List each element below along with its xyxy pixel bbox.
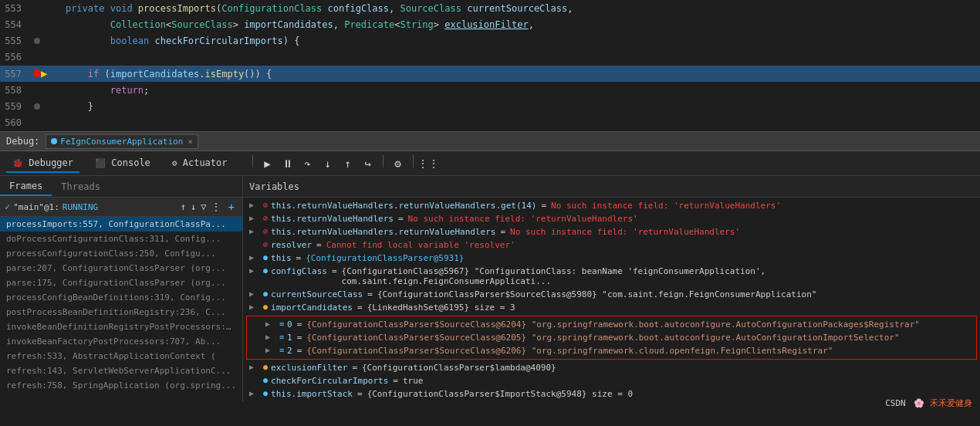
- var-row-checkcircular: ▶ ● checkForCircularImports = true: [243, 374, 980, 387]
- thread-name: "main"@1:: [13, 202, 59, 212]
- separator-2: [383, 155, 384, 167]
- var-row-resolver: ▶ ⊘ resolver = Cannot find local variabl…: [243, 238, 980, 252]
- var-row-0-indexed: ▶ ≡ 0 = {ConfigurationClassParser$Source…: [247, 318, 976, 331]
- thread-check-icon: ✓: [5, 201, 10, 212]
- breakpoint-dot: ▶: [33, 69, 41, 77]
- tab-threads[interactable]: Threads: [52, 178, 110, 195]
- thread-header: ✓ "main"@1: RUNNING ↑ ↓ ▽ ⋮ +: [0, 198, 242, 217]
- info-icon-importstack: ●: [263, 389, 268, 397]
- var-row-1-indexed: ▶ ≡ 1 = {ConfigurationClassParser$Source…: [247, 331, 976, 344]
- var-row-1: ▶ ⊘ this.returnValueHandlers = No such i…: [243, 212, 980, 225]
- frame-item-7[interactable]: invokeBeanDefinitionRegistryPostProcesso…: [0, 320, 242, 334]
- var-row-configclass: ▶ ● configClass = {ConfigurationClass@59…: [243, 265, 980, 288]
- var-row-this: ▶ ● this = {ConfigurationClassParser@593…: [243, 252, 980, 265]
- frame-item-4[interactable]: parse:175, ConfigurationClassParser (org…: [0, 276, 242, 290]
- warn-icon-exclusionfilter: ●: [263, 363, 268, 371]
- thread-status: RUNNING: [63, 202, 98, 212]
- frame-item-8[interactable]: invokeBeanFactoryPostProcessors:707, Ab.…: [0, 334, 242, 349]
- frame-item-0[interactable]: processImports:557, ConfigurationClassPa…: [0, 217, 242, 232]
- frame-item-10[interactable]: refresh:143, ServletWebServerApplication…: [0, 363, 242, 378]
- watermark-area: CSDN 🌸 禾禾爱健身: [885, 397, 972, 409]
- frame-list[interactable]: processImports:557, ConfigurationClassPa…: [0, 217, 242, 401]
- var-row-currentsourceclass: ▶ ● currentSourceClass = {ConfigurationC…: [243, 288, 980, 301]
- error-icon-0: ⊘: [263, 201, 268, 209]
- var-row-2: ▶ ⊘ this.returnValueHandlers.returnValue…: [243, 225, 980, 238]
- var-row-2-indexed: ▶ ≡ 2 = {ConfigurationClassParser$Source…: [247, 344, 976, 357]
- csdn-label: CSDN: [885, 398, 906, 408]
- frame-item-5[interactable]: processConfigBeanDefinitions:319, Config…: [0, 290, 242, 305]
- frame-item-11[interactable]: refresh:758, SpringApplication (org.spri…: [0, 378, 242, 393]
- pause-btn[interactable]: ⏸: [279, 155, 296, 172]
- debug-bar: Debug: FeIgnConsumerApplication ×: [0, 131, 980, 151]
- variables-header: Variables: [243, 176, 980, 198]
- step-into-btn[interactable]: ↓: [319, 155, 336, 172]
- thread-more-btn[interactable]: ⋮: [210, 201, 222, 212]
- author-label: 🌸 禾禾爱健身: [914, 398, 972, 408]
- warn-icon-importcandidates: ●: [263, 303, 268, 311]
- error-icon-2: ⊘: [263, 227, 268, 235]
- frame-item-9[interactable]: refresh:533, AbstractApplicationContext …: [0, 349, 242, 363]
- list-icon-1: ≡: [279, 333, 284, 341]
- code-line-557: 557 ▶ if (importCandidates.isEmpty()) {: [0, 66, 980, 82]
- add-frame-btn[interactable]: +: [225, 201, 238, 213]
- tab-actuator[interactable]: ⚙ Actuator: [166, 154, 234, 173]
- code-line-553: 553 private void processImports(Configur…: [0, 0, 980, 16]
- error-icon-1: ⊘: [263, 214, 268, 222]
- debug-session[interactable]: FeIgnConsumerApplication ×: [46, 134, 198, 149]
- var-row-exclusionfilter: ▶ ● exclusionFilter = {ConfigurationClas…: [243, 361, 980, 374]
- debug-label: Debug:: [6, 136, 39, 147]
- step-out-btn[interactable]: ↑: [340, 155, 357, 172]
- list-icon-2: ≡: [279, 346, 284, 354]
- info-icon-checkcircular: ●: [263, 376, 268, 384]
- var-row-importstack: ▶ ● this.importStack = {ConfigurationCla…: [243, 387, 980, 401]
- list-icon-0: ≡: [279, 320, 284, 328]
- session-close[interactable]: ×: [188, 137, 193, 147]
- separator-3: [413, 155, 414, 167]
- info-icon-configclass: ●: [263, 266, 268, 275]
- frame-item-6[interactable]: postProcessBeanDefinitionRegistry:236, C…: [0, 305, 242, 320]
- show-frames-btn[interactable]: ⚙: [390, 155, 407, 172]
- thread-controls: ↑ ↓ ▽ ⋮: [179, 201, 222, 212]
- code-line-556: 556: [0, 49, 980, 66]
- frame-item-1[interactable]: doProcessConfigurationClass:311, Config.…: [0, 232, 242, 246]
- frame-item-3[interactable]: parse:207, ConfigurationClassParser (org…: [0, 261, 242, 276]
- error-icon-resolver: ⊘: [263, 240, 268, 248]
- tab-console[interactable]: ⬛ Console: [89, 154, 157, 173]
- code-line-560: 560: [0, 115, 980, 131]
- debug-panel: Frames Threads ✓ "main"@1: RUNNING ↑ ↓ ▽…: [0, 176, 980, 401]
- variables-list[interactable]: ▶ ⊘ this.returnValueHandlers.returnValue…: [243, 198, 980, 401]
- code-line-559: 559 }: [0, 99, 980, 115]
- info-icon-currentsourceclass: ●: [263, 289, 268, 298]
- panel-tabs: Frames Threads: [0, 176, 242, 198]
- code-editor: 553 private void processImports(Configur…: [0, 0, 980, 131]
- settings-btn[interactable]: ⋮⋮: [420, 155, 437, 172]
- code-line-554: 554 Collection<SourceClass> importCandid…: [0, 16, 980, 32]
- thread-up-btn[interactable]: ↑: [179, 201, 188, 212]
- right-panel: Variables ▶ ⊘ this.returnValueHandlers.r…: [243, 176, 980, 401]
- step-over-btn[interactable]: ↷: [299, 155, 316, 172]
- var-row-problemreporter: ▶ ● on this.problemReporter = {FailFastP…: [243, 401, 980, 401]
- left-panel: Frames Threads ✓ "main"@1: RUNNING ↑ ↓ ▽…: [0, 176, 243, 401]
- info-icon-this: ●: [263, 253, 268, 262]
- separator-1: [252, 155, 253, 167]
- code-line-558: 558 return;: [0, 82, 980, 98]
- toolbar: 🐞 Debugger ⬛ Console ⚙ Actuator ▶ ⏸ ↷ ↓ …: [0, 151, 980, 176]
- var-row-importcandidates: ▶ ● importCandidates = {LinkedHashSet@61…: [243, 301, 980, 314]
- code-line-555: 555 boolean checkForCircularImports) {: [0, 33, 980, 49]
- debug-action-buttons: ▶ ⏸ ↷ ↓ ↑ ↪ ⚙ ⋮⋮: [249, 155, 437, 172]
- run-to-cursor-btn[interactable]: ↪: [360, 155, 377, 172]
- tab-frames[interactable]: Frames: [0, 178, 52, 196]
- resume-btn[interactable]: ▶: [259, 155, 276, 172]
- frame-item-2[interactable]: processConfigurationClass:250, Configu..…: [0, 246, 242, 261]
- session-dot: [51, 138, 57, 144]
- import-candidates-group: ▶ ≡ 0 = {ConfigurationClassParser$Source…: [246, 316, 977, 360]
- tab-debugger[interactable]: 🐞 Debugger: [6, 154, 79, 173]
- thread-down-btn[interactable]: ↓: [189, 201, 198, 212]
- var-row-0: ▶ ⊘ this.returnValueHandlers.returnValue…: [243, 199, 980, 212]
- thread-filter-btn[interactable]: ▽: [199, 201, 208, 212]
- session-name: FeIgnConsumerApplication: [60, 137, 183, 147]
